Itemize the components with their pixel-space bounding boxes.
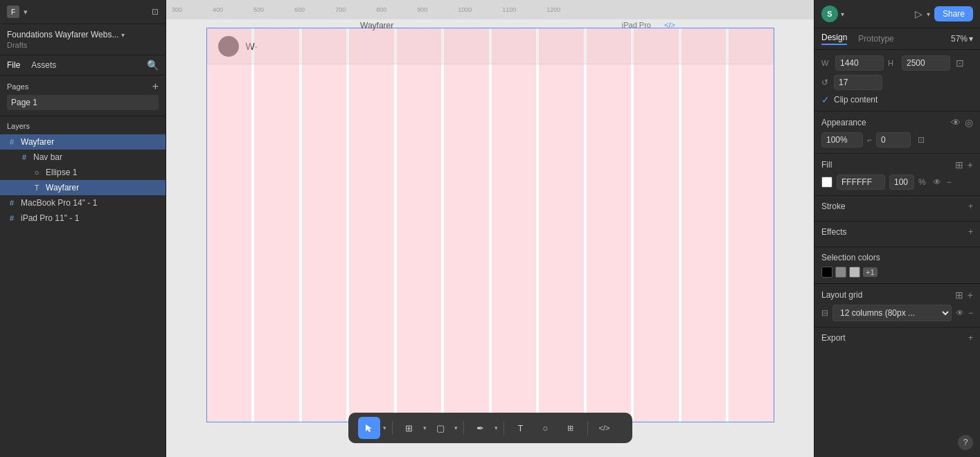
code-tool-button[interactable]: </> bbox=[594, 417, 616, 439]
play-button[interactable]: ▷ bbox=[915, 8, 923, 19]
layer-label-wayfarer-text: Wayfarer bbox=[46, 183, 79, 192]
nav-text: W· bbox=[246, 41, 258, 52]
visibility-icon[interactable]: 👁 bbox=[951, 117, 961, 128]
ruler-area: 300 400 500 600 700 800 900 1000 1100 12… bbox=[166, 0, 814, 19]
app-icon: F bbox=[7, 6, 19, 18]
canvas[interactable]: 300 400 500 600 700 800 900 1000 1100 12… bbox=[166, 0, 814, 457]
layout-grid-header: Layout grid ⊞ + bbox=[821, 289, 973, 301]
pen-tool-dropdown[interactable]: ▾ bbox=[495, 424, 498, 431]
tab-design[interactable]: Design bbox=[821, 33, 847, 45]
wh-row: W H ⊡ bbox=[821, 55, 973, 71]
layer-item-wayfarer[interactable]: # Wayfarer bbox=[0, 134, 166, 150]
layer-label-macbook: MacBook Pro 14" - 1 bbox=[21, 198, 97, 208]
hex-input[interactable] bbox=[837, 174, 885, 190]
grid-view-icon[interactable]: ⊞ bbox=[955, 289, 963, 301]
add-export-button[interactable]: + bbox=[968, 333, 973, 343]
user-menu-chevron[interactable]: ▾ bbox=[841, 10, 844, 18]
layer-item-macbook[interactable]: # MacBook Pro 14" - 1 bbox=[0, 195, 166, 210]
zoom-display[interactable]: 57% ▾ bbox=[951, 34, 973, 44]
device-label: iPad Pro bbox=[622, 21, 651, 29]
play-dropdown[interactable]: ▾ bbox=[927, 10, 930, 18]
layer-item-wayfarer-text[interactable]: T Wayfarer bbox=[0, 180, 166, 195]
corner-input[interactable] bbox=[876, 132, 911, 147]
clip-content-label: Clip content bbox=[834, 95, 877, 105]
add-stroke-button[interactable]: + bbox=[968, 201, 973, 211]
project-name[interactable]: Foundations Wayfarer Webs... ▾ bbox=[7, 30, 159, 39]
rotation-input[interactable] bbox=[834, 75, 882, 90]
tab-assets[interactable]: Assets bbox=[31, 60, 56, 70]
user-avatar[interactable]: S bbox=[821, 6, 838, 22]
ruler-tick: 1100 bbox=[502, 6, 516, 13]
fill-grid-icon[interactable]: ⊞ bbox=[955, 159, 963, 170]
reset-icon[interactable]: ◎ bbox=[965, 117, 973, 128]
clip-content-row: ✓ Clip content bbox=[821, 94, 973, 105]
sel-swatch-light[interactable] bbox=[849, 267, 860, 278]
frame-tool-dropdown[interactable]: ▾ bbox=[423, 424, 427, 431]
ruler-tick: 600 bbox=[294, 6, 305, 13]
frame-tool-button[interactable]: ⊞ bbox=[398, 417, 420, 439]
svg-marker-0 bbox=[366, 424, 372, 432]
stroke-section: Stroke + bbox=[814, 196, 980, 222]
layout-toggle-button[interactable]: ⊡ bbox=[152, 7, 159, 17]
add-fill-button[interactable]: + bbox=[968, 159, 973, 170]
file-assets-tabs: File Assets bbox=[7, 60, 56, 70]
tool-group-select: ▾ bbox=[358, 417, 386, 439]
remove-fill-button[interactable]: − bbox=[947, 177, 952, 187]
sel-swatch-gray[interactable] bbox=[835, 267, 846, 278]
layer-item-ellipse1[interactable]: ○ Ellipse 1 bbox=[0, 165, 166, 180]
rotation-row: ↺ bbox=[821, 75, 973, 90]
tab-prototype[interactable]: Prototype bbox=[858, 34, 893, 44]
add-page-button[interactable]: + bbox=[152, 81, 159, 92]
sel-swatch-black[interactable] bbox=[821, 267, 832, 278]
corner-icon: ⌐ bbox=[867, 135, 872, 145]
search-icon[interactable]: 🔍 bbox=[147, 60, 159, 71]
ellipse-tool-button[interactable]: ○ bbox=[535, 417, 557, 439]
lock-ratio-icon[interactable]: ⊡ bbox=[956, 57, 964, 69]
fill-section: Fill ⊞ + % 👁 − bbox=[814, 154, 980, 196]
grid-col bbox=[492, 28, 537, 422]
fill-color-swatch[interactable] bbox=[821, 177, 832, 188]
grid-columns-select[interactable]: 12 columns (80px ... bbox=[832, 305, 952, 321]
rect-tool-dropdown[interactable]: ▾ bbox=[454, 424, 458, 431]
project-sub-label: Drafts bbox=[7, 41, 159, 49]
opacity-input[interactable] bbox=[821, 132, 863, 147]
selection-colors-badge: +1 bbox=[863, 267, 877, 277]
add-effect-button[interactable]: + bbox=[968, 227, 973, 237]
width-input[interactable] bbox=[835, 55, 884, 71]
share-button[interactable]: Share bbox=[934, 6, 973, 21]
layer-label-ellipse1: Ellipse 1 bbox=[46, 168, 77, 177]
frame-icon: # bbox=[7, 199, 17, 207]
add-grid-button[interactable]: + bbox=[968, 289, 973, 301]
appearance-icons: 👁 ◎ bbox=[951, 117, 973, 128]
help-button[interactable]: ? bbox=[958, 435, 973, 450]
layer-label-nav-bar: Nav bar bbox=[33, 152, 62, 162]
rotation-icon: ↺ bbox=[821, 78, 828, 87]
height-input[interactable] bbox=[902, 55, 950, 71]
appearance-header: Appearance 👁 ◎ bbox=[821, 117, 973, 128]
tab-file[interactable]: File bbox=[7, 60, 20, 70]
rect-tool-button[interactable]: ▢ bbox=[429, 417, 452, 439]
text-tool-button[interactable]: T bbox=[510, 417, 532, 439]
fill-opacity-input[interactable] bbox=[889, 174, 914, 190]
remove-grid-button[interactable]: − bbox=[968, 308, 973, 318]
design-prototype-tabs: Design Prototype 57% ▾ bbox=[814, 28, 980, 50]
component-tool-button[interactable]: ⊞ bbox=[560, 417, 582, 439]
grid-col bbox=[634, 28, 679, 422]
layer-item-nav-bar[interactable]: # Nav bar bbox=[0, 150, 166, 165]
select-tool-button[interactable] bbox=[358, 417, 380, 439]
design-frame[interactable]: W· bbox=[206, 28, 774, 422]
appearance-label: Appearance bbox=[821, 118, 866, 127]
export-header: Export + bbox=[821, 333, 973, 343]
select-tool-dropdown[interactable]: ▾ bbox=[383, 424, 386, 431]
pen-tool-button[interactable]: ✒ bbox=[470, 417, 492, 439]
toolbar: ▾ ⊞ ▾ ▢ ▾ ✒ ▾ T ○ ⊞ </> bbox=[348, 413, 632, 443]
ruler-tick: 900 bbox=[417, 6, 427, 13]
fill-visibility-icon[interactable]: 👁 bbox=[933, 177, 941, 187]
app-menu-chevron[interactable]: ▾ bbox=[24, 8, 28, 17]
expand-icon[interactable]: ⊡ bbox=[918, 135, 925, 145]
layer-item-ipad[interactable]: # iPad Pro 11" - 1 bbox=[0, 210, 166, 226]
page-item[interactable]: Page 1 bbox=[7, 95, 159, 110]
code-icon[interactable]: </> bbox=[664, 21, 675, 29]
layer-label-wayfarer: Wayfarer bbox=[21, 137, 54, 147]
grid-visibility-icon[interactable]: 👁 bbox=[956, 308, 964, 318]
